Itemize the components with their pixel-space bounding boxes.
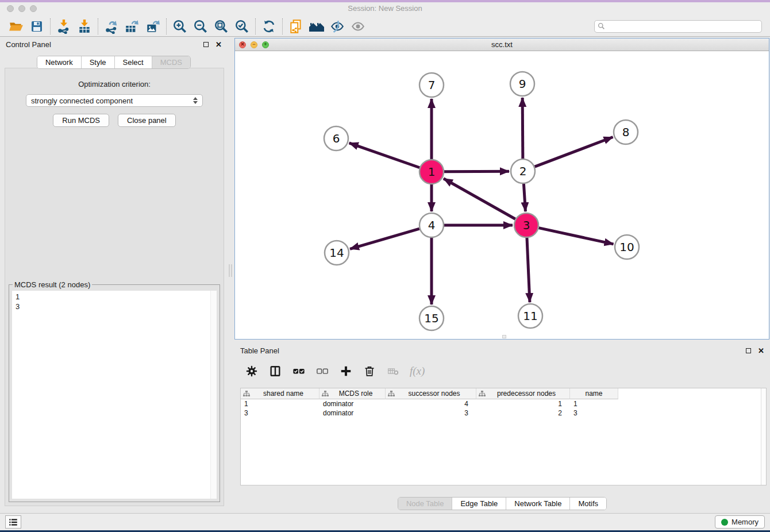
select-all-icon[interactable]: [292, 365, 306, 377]
column-header-name[interactable]: name: [570, 388, 618, 399]
search-field[interactable]: [594, 20, 762, 33]
mcds-result-area[interactable]: 1 3: [12, 291, 217, 499]
table-row[interactable]: 1dominator411: [241, 399, 766, 408]
graph-node-11[interactable]: 11: [518, 304, 542, 328]
criterion-dropdown[interactable]: strongly connected component: [26, 94, 203, 107]
graph-edge-3-10[interactable]: [538, 228, 613, 244]
tab-mcds[interactable]: MCDS: [152, 56, 190, 68]
table-cell[interactable]: 3: [241, 408, 319, 418]
table-cell[interactable]: 3: [386, 408, 476, 418]
close-table-panel-icon[interactable]: ✕: [758, 347, 764, 354]
export-network-icon[interactable]: [101, 18, 122, 35]
table-cell[interactable]: dominator: [319, 399, 386, 408]
graph-edge-2-9[interactable]: [522, 98, 523, 159]
tab-motifs[interactable]: Motifs: [570, 498, 606, 510]
column-header-predecessor-nodes[interactable]: predecessor nodes: [476, 388, 570, 399]
column-header-shared-name[interactable]: shared name: [241, 388, 319, 399]
graph-edge-3-1[interactable]: [444, 179, 515, 219]
table-toolbar: f(x): [245, 360, 425, 382]
delete-table-icon[interactable]: [386, 365, 400, 377]
float-panel-icon[interactable]: [203, 42, 209, 47]
graph-node-6[interactable]: 6: [324, 126, 348, 151]
zoom-in-icon[interactable]: [170, 18, 190, 35]
close-panel-icon[interactable]: ✕: [215, 41, 222, 48]
table-cell[interactable]: 2: [476, 408, 570, 418]
graph-edge-4-14[interactable]: [350, 229, 419, 249]
zoom-fit-icon[interactable]: [211, 18, 232, 35]
graph-node-8[interactable]: 8: [614, 120, 638, 144]
graph-edge-1-6[interactable]: [349, 143, 420, 168]
column-header-mcds-role[interactable]: MCDS role: [319, 388, 386, 399]
graph-node-4[interactable]: 4: [419, 213, 444, 237]
hide-selected-icon[interactable]: [327, 18, 348, 35]
export-table-icon[interactable]: [122, 18, 143, 35]
graph-node-1[interactable]: 1: [419, 160, 444, 184]
table-settings-gear-icon[interactable]: [245, 365, 259, 377]
graph-node-15[interactable]: 15: [419, 306, 444, 330]
panel-splitter-grip[interactable]: [229, 264, 232, 277]
add-column-icon[interactable]: [339, 365, 353, 377]
table-cell[interactable]: 1: [570, 399, 618, 408]
graph-node-3[interactable]: 3: [514, 213, 538, 237]
criterion-value: strongly connected component: [31, 97, 193, 105]
close-panel-button[interactable]: Close panel: [118, 114, 176, 127]
table-row[interactable]: 3dominator323: [241, 408, 766, 418]
mcds-result-group: MCDS result (2 nodes) 1 3: [9, 284, 220, 502]
table-scrollbar[interactable]: [761, 388, 766, 485]
zoom-selected-icon[interactable]: [232, 18, 252, 35]
graph-edge-1-2[interactable]: [444, 171, 509, 172]
tab-network-table[interactable]: Network Table: [506, 498, 570, 510]
svg-text:7: 7: [428, 78, 436, 92]
table-cell[interactable]: 1: [241, 399, 319, 408]
show-columns-icon[interactable]: [268, 365, 282, 377]
import-network-icon[interactable]: [53, 18, 74, 35]
network-canvas[interactable]: 7968124314101511: [235, 52, 769, 339]
export-image-icon[interactable]: [143, 18, 163, 35]
node-table[interactable]: shared nameMCDS rolesuccessor nodesprede…: [240, 388, 767, 485]
app-titlebar: Session: New Session: [0, 2, 770, 16]
tab-select[interactable]: Select: [115, 56, 152, 68]
save-session-icon[interactable]: [26, 18, 47, 35]
refresh-layout-icon[interactable]: [259, 18, 279, 35]
graph-node-2[interactable]: 2: [511, 159, 535, 183]
svg-text:6: 6: [333, 132, 340, 145]
tab-edge-table[interactable]: Edge Table: [452, 498, 506, 510]
home-icon[interactable]: [306, 18, 327, 35]
tab-network[interactable]: Network: [37, 56, 82, 68]
table-cell[interactable]: dominator: [319, 408, 386, 418]
task-history-button[interactable]: [5, 515, 21, 529]
search-input[interactable]: [607, 22, 759, 30]
show-all-icon[interactable]: [348, 18, 368, 35]
graph-node-9[interactable]: 9: [510, 72, 534, 96]
toolbar-divider: [98, 18, 98, 34]
table-cell[interactable]: 3: [570, 408, 618, 418]
network-report-icon[interactable]: [286, 18, 306, 35]
zoom-out-icon[interactable]: [190, 18, 211, 35]
run-mcds-button[interactable]: Run MCDS: [53, 114, 109, 127]
memory-button[interactable]: Memory: [715, 515, 765, 529]
result-scrollbar[interactable]: [210, 291, 217, 499]
delete-column-icon[interactable]: [363, 365, 376, 377]
graph-node-7[interactable]: 7: [419, 73, 444, 97]
svg-text:11: 11: [523, 309, 537, 323]
float-table-panel-icon[interactable]: [746, 348, 751, 353]
frame-resize-grip[interactable]: [502, 335, 506, 338]
import-table-icon[interactable]: [74, 18, 95, 35]
table-cell[interactable]: 4: [386, 399, 476, 408]
tab-style[interactable]: Style: [82, 56, 115, 68]
control-panel-title: Control Panel: [6, 40, 51, 49]
graph-edge-2-3[interactable]: [523, 184, 525, 211]
function-builder-icon[interactable]: f(x): [410, 365, 425, 377]
table-cell[interactable]: 1: [476, 399, 570, 408]
graph-node-14[interactable]: 14: [325, 241, 349, 265]
graph-edge-3-11[interactable]: [527, 238, 530, 302]
tab-node-table[interactable]: Node Table: [398, 498, 453, 510]
graph-node-10[interactable]: 10: [615, 235, 639, 259]
toolbar-divider: [282, 18, 283, 34]
network-frame-titlebar[interactable]: ✕ − + scc.txt: [235, 38, 769, 51]
column-header-successor-nodes[interactable]: successor nodes: [386, 388, 476, 399]
deselect-all-icon[interactable]: [315, 365, 329, 377]
open-session-icon[interactable]: [6, 18, 26, 35]
graph-edge-2-8[interactable]: [535, 137, 613, 167]
optimization-label: Optimization criterion:: [5, 80, 224, 88]
